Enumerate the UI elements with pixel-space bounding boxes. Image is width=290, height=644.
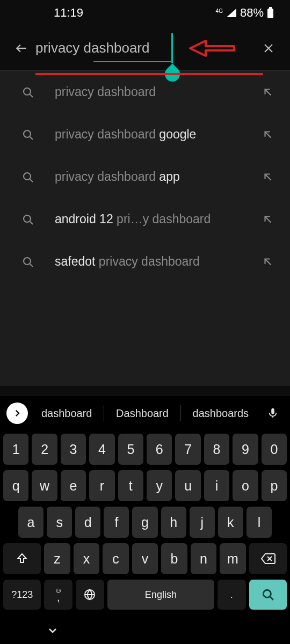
key-9[interactable]: 9 [233,434,258,465]
svg-point-6 [24,258,31,265]
suggestion-item[interactable]: privacy dashboard google [0,113,290,156]
key-c[interactable]: c [103,543,128,574]
key-4[interactable]: 4 [89,434,114,465]
search-icon [21,255,35,268]
key-5[interactable]: 5 [118,434,143,465]
text-cursor [171,33,173,63]
keyboard-row-zxcv: z x c v b n m [2,543,288,574]
backspace-key[interactable] [249,543,287,574]
clear-button[interactable] [257,36,280,60]
svg-point-4 [24,173,31,180]
mic-button[interactable] [262,407,284,419]
key-y[interactable]: y [147,470,172,501]
signal-icon [226,8,237,18]
key-p[interactable]: p [262,470,287,501]
suggestion-text: privacy dashboard [35,85,262,99]
insert-arrow-icon[interactable] [262,129,274,141]
keyboard-keys: 1 2 3 4 5 6 7 8 9 0 q w e r t y u i o p … [0,430,290,619]
kb-word-suggestion[interactable]: dashboard [37,407,97,420]
key-r[interactable]: r [89,470,114,501]
insert-arrow-icon[interactable] [262,86,274,98]
key-g[interactable]: g [132,507,157,538]
shift-key[interactable] [3,543,41,574]
key-u[interactable]: u [175,470,200,501]
expand-toolbar-button[interactable] [6,402,28,424]
annotation-underline [35,73,263,75]
space-key[interactable]: English [107,580,214,610]
key-8[interactable]: 8 [204,434,229,465]
navigation-bar [0,619,290,644]
key-l[interactable]: l [247,507,272,538]
suggestion-item[interactable]: safedot privacy dashboard [0,240,290,283]
network-type: 4G [216,9,223,14]
suggestion-text: android 12 pri…y dashboard [35,212,262,226]
back-button[interactable] [10,36,33,60]
key-b[interactable]: b [161,543,187,574]
insert-arrow-icon[interactable] [262,256,274,268]
suggestion-item[interactable]: privacy dashboard app [0,156,290,198]
key-k[interactable]: k [218,507,243,538]
key-n[interactable]: n [191,543,216,574]
insert-arrow-icon[interactable] [262,214,274,225]
keyboard-suggestion-bar: dashboard Dashboard dashboards [0,396,290,430]
svg-point-8 [263,590,271,597]
key-j[interactable]: j [190,507,215,538]
keyboard-word-suggestions: dashboard Dashboard dashboards [33,405,257,421]
keyboard: dashboard Dashboard dashboards 1 2 3 4 5… [0,396,290,644]
svg-point-2 [24,88,31,95]
key-z[interactable]: z [44,543,70,574]
keyboard-row-fn: ?123 ☺, English . [2,580,288,610]
status-bar: 11:19 4G 88% [0,0,290,26]
kb-word-suggestion[interactable]: Dashboard [112,407,173,420]
key-d[interactable]: d [75,507,100,538]
content-fill [0,283,290,386]
svg-rect-1 [267,9,273,18]
svg-point-3 [24,130,31,137]
key-e[interactable]: e [61,470,86,501]
insert-arrow-icon[interactable] [262,171,274,183]
key-m[interactable]: m [220,543,245,574]
suggestions-list: privacy dashboard privacy dashboard goog… [0,71,290,283]
annotation-arrow [187,38,235,59]
period-key[interactable]: . [218,580,246,610]
symbols-key[interactable]: ?123 [3,580,41,610]
key-h[interactable]: h [161,507,186,538]
key-i[interactable]: i [204,470,229,501]
key-7[interactable]: 7 [175,434,200,465]
key-f[interactable]: f [104,507,129,538]
suggestion-item[interactable]: privacy dashboard [0,71,290,113]
hide-keyboard-button[interactable] [46,624,59,639]
key-s[interactable]: s [47,507,72,538]
key-3[interactable]: 3 [61,434,86,465]
key-q[interactable]: q [3,470,28,501]
emoji-key[interactable]: ☺, [44,580,73,610]
keyboard-row-numbers: 1 2 3 4 5 6 7 8 9 0 [2,434,288,465]
key-a[interactable]: a [18,507,44,538]
status-time: 11:19 [16,6,83,20]
kb-word-suggestion[interactable]: dashboards [189,407,253,420]
search-icon [21,128,35,141]
suggestion-text: safedot privacy dashboard [35,254,262,269]
key-o[interactable]: o [233,470,258,501]
keyboard-row-asdf: a s d f g h j k l [2,507,288,538]
key-v[interactable]: v [132,543,158,574]
search-bar [0,26,290,71]
key-2[interactable]: 2 [32,434,57,465]
key-x[interactable]: x [74,543,99,574]
svg-rect-0 [269,7,272,9]
suggestion-item[interactable]: android 12 pri…y dashboard [0,198,290,240]
suggestion-text: privacy dashboard app [35,170,262,184]
battery-percent: 88% [240,6,264,20]
search-icon [21,213,35,226]
text-underline [93,61,171,62]
key-w[interactable]: w [32,470,57,501]
key-6[interactable]: 6 [147,434,172,465]
key-1[interactable]: 1 [3,434,28,465]
suggestion-text: privacy dashboard google [35,127,262,142]
search-action-key[interactable] [249,580,287,610]
language-key[interactable] [76,580,104,610]
key-0[interactable]: 0 [262,434,287,465]
key-t[interactable]: t [118,470,143,501]
battery-icon [267,7,274,19]
search-input-wrap[interactable] [35,36,255,60]
